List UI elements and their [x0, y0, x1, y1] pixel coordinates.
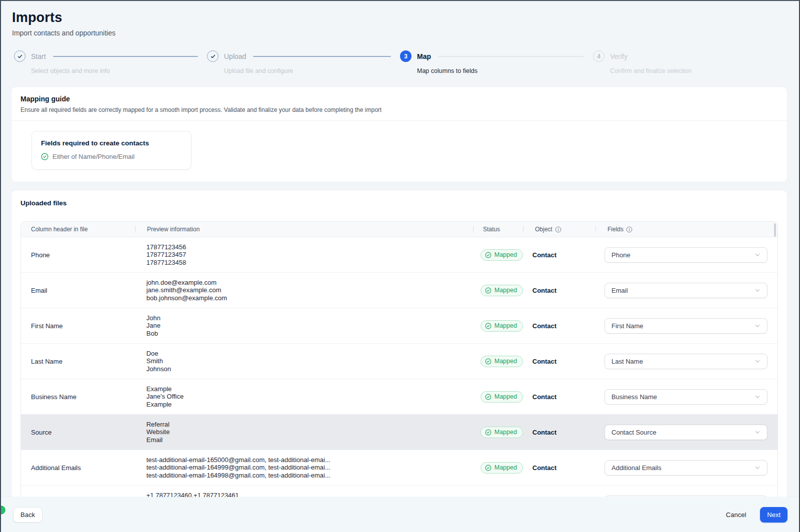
step-start-check-circle: [14, 50, 26, 62]
status-badge: Mapped: [480, 356, 523, 367]
uploaded-files-title: Uploaded files: [20, 199, 778, 207]
next-button[interactable]: Next: [760, 507, 788, 523]
status-text: Mapped: [494, 358, 517, 365]
row-preview-cell: Example Jane's Office Example: [134, 385, 470, 409]
field-mapping-select[interactable]: Last Name: [604, 354, 768, 369]
circle-check-icon: [485, 287, 492, 294]
selected-field-text: Additional Emails: [612, 464, 662, 472]
table-row: Phone 17877123456 17877123457 1787712345…: [21, 237, 778, 273]
step-upload-description: Upload file and configure: [224, 67, 400, 74]
step-map-description: Map columns to fields: [417, 67, 593, 74]
status-text: Mapped: [494, 251, 517, 258]
row-status-cell: Mapped: [470, 285, 520, 296]
status-text: Mapped: [494, 393, 517, 400]
header-status: Status: [473, 222, 523, 237]
row-status-cell: Mapped: [470, 249, 520, 261]
mapping-guide-description: Ensure all required fields are correctly…: [20, 106, 778, 113]
info-icon[interactable]: [626, 226, 632, 233]
table-row: Additional Emails test-additional-email-…: [21, 450, 778, 486]
preview-line: Jane's Office: [146, 393, 470, 401]
selected-field-text: First Name: [612, 322, 644, 330]
uploaded-files-card: Uploaded files Column header in file Pre…: [11, 190, 788, 498]
step-verify-number-circle: 4: [593, 50, 604, 62]
circle-check-icon: [485, 323, 492, 329]
row-status-cell: Mapped: [470, 391, 520, 403]
row-object-cell: Contact: [520, 392, 592, 401]
cancel-button[interactable]: Cancel: [719, 507, 753, 523]
row-status-cell: Mapped: [470, 462, 520, 474]
preview-line: Referral: [146, 421, 470, 429]
step-start-label: Start: [31, 52, 46, 60]
step-upload-label: Upload: [224, 52, 246, 60]
back-button[interactable]: Back: [13, 507, 42, 523]
step-connector-hidden: [634, 56, 777, 57]
step-connector: [438, 56, 584, 57]
circle-check-icon: [485, 465, 492, 471]
selected-field-text: Email: [612, 287, 628, 294]
required-fields-row: Either of Name/Phone/Email: [41, 153, 182, 160]
step-start[interactable]: Start Select objects and more info: [14, 50, 207, 74]
step-map: 3 Map Map columns to fields: [400, 50, 593, 74]
circle-check-icon: [485, 252, 492, 258]
status-text: Mapped: [494, 429, 517, 436]
table-row: Source Referral Website Email Mapped Con…: [21, 415, 778, 450]
preview-line: Website: [146, 428, 470, 436]
object-text: Contact: [532, 287, 556, 294]
field-mapping-select[interactable]: Business Name: [604, 389, 768, 405]
row-status-cell: Mapped: [470, 320, 520, 332]
preview-line: 17877123457: [146, 251, 470, 259]
header-fields: Fields: [596, 222, 778, 237]
row-preview-cell: Doe Smith Johnson: [134, 350, 470, 373]
header-column-header-in-file: Column header in file: [21, 222, 135, 237]
mapping-guide-body: Fields required to create contacts Eithe…: [12, 121, 787, 182]
status-text: Mapped: [494, 464, 517, 471]
mapping-table: Column header in file Preview informatio…: [20, 221, 778, 498]
row-fields-cell: Additional Emails: [592, 460, 778, 476]
mapping-guide-header: Mapping guide Ensure all required fields…: [12, 87, 787, 121]
chevron-down-icon: [754, 322, 761, 329]
row-fields-cell: Phone: [592, 247, 778, 263]
required-fields-text: Either of Name/Phone/Email: [52, 153, 134, 160]
header-preview-information: Preview information: [135, 222, 473, 237]
step-upload[interactable]: Upload Upload file and configure: [207, 50, 400, 74]
column-name-text: First Name: [31, 322, 63, 330]
preview-line: Johnson: [146, 365, 470, 373]
object-text: Contact: [532, 322, 556, 330]
stepper: Start Select objects and more info Uploa…: [1, 50, 799, 74]
table-scrollbar-thumb[interactable]: [774, 223, 776, 237]
row-preview-cell: Referral Website Email: [134, 421, 470, 444]
object-text: Contact: [532, 251, 556, 259]
main-content: Imports Import contacts and opportunitie…: [1, 1, 799, 498]
selected-field-text: Last Name: [612, 358, 643, 365]
row-column-name-cell: Source: [21, 428, 134, 437]
step-connector: [53, 56, 198, 57]
preview-line: Jane: [146, 322, 470, 330]
step-verify: 4 Verify Confirm and finalize selection: [593, 50, 786, 74]
status-badge: Mapped: [480, 391, 523, 403]
status-badge: Mapped: [480, 285, 523, 296]
preview-line: 17877123456: [146, 243, 470, 251]
preview-line: Email: [146, 436, 470, 444]
field-mapping-select[interactable]: First Name: [604, 318, 768, 334]
table-body: Phone 17877123456 17877123457 1787712345…: [21, 237, 778, 498]
field-mapping-select[interactable]: Phone: [604, 247, 768, 263]
column-name-text: Additional Emails: [31, 464, 81, 472]
row-fields-cell: Email: [592, 283, 778, 298]
required-fields-card: Fields required to create contacts Eithe…: [32, 131, 192, 170]
field-mapping-select[interactable]: Contact Source: [604, 425, 768, 440]
preview-line: 17877123458: [146, 259, 470, 267]
header-object: Object: [523, 222, 596, 237]
chevron-down-icon: [754, 429, 761, 436]
step-connector: [253, 56, 391, 57]
circle-check-icon: [485, 358, 492, 365]
preview-line: john.doe@example.com: [146, 279, 470, 287]
field-mapping-select[interactable]: Email: [604, 283, 768, 298]
field-mapping-select[interactable]: Additional Emails: [604, 460, 768, 476]
page-subtitle: Import contacts and opportunities: [12, 29, 788, 37]
status-badge: Mapped: [480, 249, 523, 261]
info-icon[interactable]: [555, 226, 562, 233]
step-start-description: Select objects and more info: [31, 67, 207, 74]
table-row: Last Name Doe Smith Johnson Mapped Conta…: [21, 344, 778, 379]
page-title: Imports: [12, 10, 788, 25]
row-fields-cell: Last Name: [592, 354, 778, 369]
